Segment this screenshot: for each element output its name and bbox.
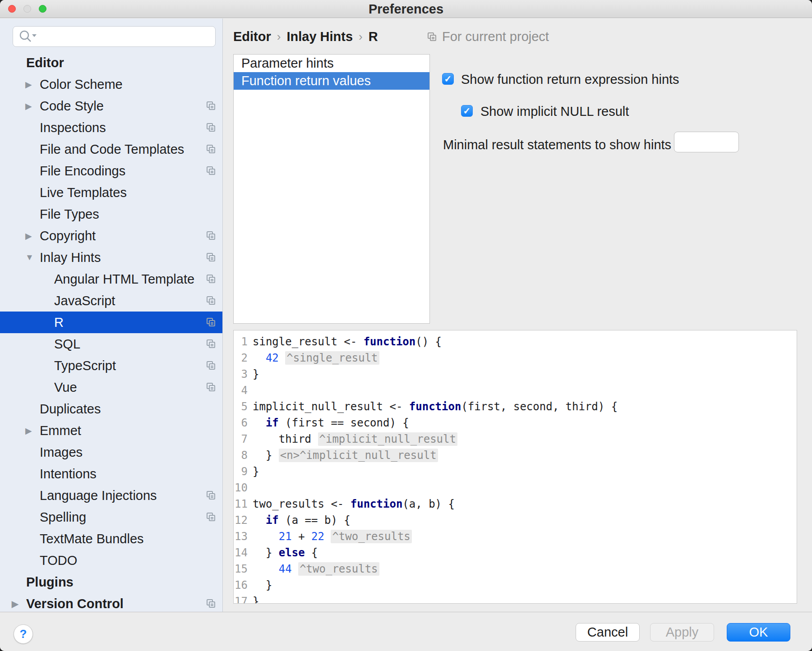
code-text: }: [253, 366, 259, 382]
expand-arrow-icon[interactable]: ▶: [25, 231, 32, 241]
code-line: 8 } <n>^implicit_null_result: [234, 447, 797, 463]
sidebar-item-emmet[interactable]: ▶Emmet: [0, 420, 223, 441]
sidebar-item-javascript[interactable]: JavaScript: [0, 290, 223, 312]
per-project-icon: [427, 32, 438, 42]
inlay-hint-chip: <n>^implicit_null_result: [279, 449, 438, 462]
sidebar-item-label: File Encodings: [40, 164, 125, 179]
line-number: 1: [234, 334, 248, 350]
sidebar-item-spelling[interactable]: Spelling: [0, 506, 223, 528]
checkmark-icon: ✓: [444, 73, 452, 84]
inlay-hint-chip: ^implicit_null_result: [318, 432, 457, 446]
sidebar-item-language-injections[interactable]: Language Injections: [0, 485, 223, 506]
copy-settings-icon: [206, 317, 217, 328]
copy-settings-icon: [206, 598, 217, 609]
sidebar-item-label: Copyright: [40, 229, 96, 243]
expand-arrow-icon[interactable]: ▶: [12, 599, 18, 609]
sidebar-item-label: TextMate Bundles: [40, 532, 144, 546]
sidebar-item-label: Inlay Hints: [40, 250, 101, 265]
sidebar-item-version-control[interactable]: ▶Version Control: [0, 593, 223, 612]
sidebar-item-label: Inspections: [40, 120, 106, 135]
breadcrumb-inlay-hints[interactable]: Inlay Hints: [286, 29, 353, 44]
code-text: } <n>^implicit_null_result: [253, 447, 438, 463]
checkmark-icon: ✓: [463, 105, 471, 116]
apply-button[interactable]: Apply: [650, 623, 714, 642]
sidebar-item-duplicates[interactable]: Duplicates: [0, 398, 223, 420]
code-text: 44 ^two_results: [253, 561, 379, 577]
minimal-statements-input[interactable]: [674, 132, 739, 152]
sidebar-item-live-templates[interactable]: Live Templates: [0, 182, 223, 203]
expand-arrow-icon[interactable]: ▶: [25, 426, 32, 436]
sidebar-item-label: Color Scheme: [40, 77, 123, 92]
sidebar-item-label: Code Style: [40, 99, 104, 114]
code-text: }: [253, 463, 259, 480]
ok-button[interactable]: OK: [727, 623, 790, 642]
copy-settings-icon: [206, 252, 217, 263]
sidebar-item-color-scheme[interactable]: ▶Color Scheme: [0, 73, 223, 95]
minimal-statements-spinner: + −: [674, 132, 739, 152]
show-implicit-null-label: Show implicit NULL result: [480, 104, 629, 119]
sidebar-item-images[interactable]: Images: [0, 441, 223, 463]
help-button[interactable]: ?: [14, 624, 33, 644]
copy-settings-icon: [206, 274, 217, 284]
sidebar-item-file-types[interactable]: File Types: [0, 203, 223, 225]
hint-type-function-return-values[interactable]: Function return values: [234, 72, 429, 90]
search-options-chevron-icon: [32, 34, 37, 37]
sidebar-item-vue[interactable]: Vue: [0, 376, 223, 398]
breadcrumb-editor[interactable]: Editor: [233, 29, 271, 44]
breadcrumb-separator: ›: [353, 30, 369, 44]
show-function-return-hints-label: Show function return expression hints: [461, 72, 679, 87]
hint-type-parameter-hints[interactable]: Parameter hints: [234, 55, 429, 72]
copy-settings-icon: [206, 101, 217, 111]
copy-settings-icon: [206, 360, 217, 371]
scope-label: For current project: [442, 29, 549, 44]
show-function-return-hints-checkbox[interactable]: ✓: [442, 73, 454, 85]
inlay-hint-chip: ^two_results: [331, 530, 411, 543]
sidebar-item-textmate-bundles[interactable]: TextMate Bundles: [0, 528, 223, 550]
line-number: 14: [234, 545, 248, 561]
copy-settings-icon: [206, 230, 217, 241]
sidebar-item-angular-html-template[interactable]: Angular HTML Template: [0, 268, 223, 290]
sidebar-item-sql[interactable]: SQL: [0, 333, 223, 355]
line-number: 4: [234, 382, 248, 399]
sidebar-item-todo[interactable]: TODO: [0, 550, 223, 571]
code-preview-editor[interactable]: 1single_result <- function() {2 42 ^sing…: [233, 330, 797, 604]
expand-arrow-icon[interactable]: ▶: [25, 79, 32, 90]
code-line: 10: [234, 480, 797, 496]
copy-settings-icon: [206, 165, 217, 176]
sidebar-item-plugins[interactable]: Plugins: [0, 571, 223, 593]
show-implicit-null-checkbox[interactable]: ✓: [461, 105, 473, 117]
dialog-footer: ? Cancel Apply OK: [0, 612, 812, 651]
sidebar-item-file-encodings[interactable]: File Encodings: [0, 160, 223, 182]
sidebar-item-label: JavaScript: [54, 293, 115, 308]
code-line: 14 } else {: [234, 545, 797, 561]
search-input[interactable]: [38, 28, 215, 44]
line-number: 6: [234, 415, 248, 431]
settings-search-box[interactable]: [13, 26, 216, 47]
line-number: 9: [234, 463, 248, 480]
sidebar-item-label: TypeScript: [54, 358, 116, 373]
cancel-button[interactable]: Cancel: [576, 623, 640, 642]
sidebar-item-file-and-code-templates[interactable]: File and Code Templates: [0, 138, 223, 160]
sidebar-item-code-style[interactable]: ▶Code Style: [0, 95, 223, 117]
copy-settings-icon: [206, 490, 217, 501]
sidebar-item-intentions[interactable]: Intentions: [0, 463, 223, 485]
settings-tree: Editor▶Color Scheme▶Code StyleInspection…: [0, 52, 223, 612]
sidebar-item-label: Spelling: [40, 510, 86, 525]
hint-types-list: Parameter hintsFunction return values: [233, 54, 430, 324]
sidebar-item-inlay-hints[interactable]: ▼Inlay Hints: [0, 247, 223, 268]
sidebar-item-r[interactable]: R: [0, 312, 223, 333]
copy-settings-icon: [206, 295, 217, 306]
hint-type-label: Function return values: [241, 73, 371, 88]
sidebar-item-label: Duplicates: [40, 402, 101, 417]
sidebar-item-editor[interactable]: Editor: [0, 52, 223, 73]
collapse-arrow-icon[interactable]: ▼: [25, 252, 34, 262]
code-line: 2 42 ^single_result: [234, 350, 797, 366]
sidebar-item-typescript[interactable]: TypeScript: [0, 355, 223, 376]
sidebar-item-inspections[interactable]: Inspections: [0, 117, 223, 138]
sidebar-item-copyright[interactable]: ▶Copyright: [0, 225, 223, 247]
expand-arrow-icon[interactable]: ▶: [25, 101, 32, 111]
copy-settings-icon: [206, 512, 217, 523]
settings-sidebar: Editor▶Color Scheme▶Code StyleInspection…: [0, 18, 223, 612]
title-bar: Preferences: [0, 0, 812, 18]
copy-settings-icon: [206, 144, 217, 155]
